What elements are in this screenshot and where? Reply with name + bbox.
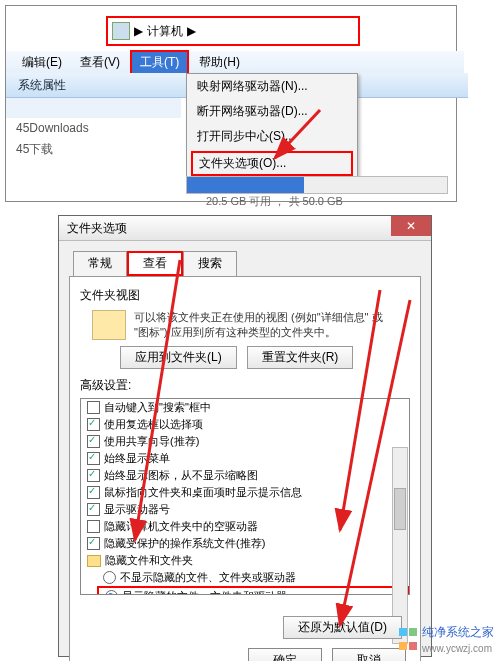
adv-item-label: 始终显示菜单	[104, 451, 170, 466]
adv-item-label: 隐藏计算机文件夹中的空驱动器	[104, 519, 258, 534]
close-button[interactable]: ✕	[391, 216, 431, 236]
computer-icon	[112, 22, 130, 40]
checkbox-icon[interactable]	[87, 452, 100, 465]
breadcrumb-sep: ▶	[134, 24, 143, 38]
breadcrumb-sep: ▶	[187, 24, 196, 38]
left-downloads[interactable]: 45Downloads	[6, 118, 181, 138]
menu-tools[interactable]: 工具(T)	[130, 50, 189, 75]
checkbox-icon[interactable]	[87, 401, 100, 414]
menu-view[interactable]: 查看(V)	[72, 52, 128, 73]
tabs: 常规 查看 搜索	[73, 251, 431, 276]
folder-view-icon	[92, 310, 126, 340]
dd-map-drive[interactable]: 映射网络驱动器(N)...	[187, 74, 357, 99]
adv-item-label: 隐藏受保护的操作系统文件(推荐)	[104, 536, 265, 551]
tools-dropdown: 映射网络驱动器(N)... 断开网络驱动器(D)... 打开同步中心(S)...…	[186, 73, 358, 179]
checkbox-icon[interactable]	[87, 503, 100, 516]
adv-item[interactable]: 使用共享向导(推荐)	[81, 433, 409, 450]
folder-options-dialog: 文件夹选项 ✕ 常规 查看 搜索 文件夹视图 可以将该文件夹正在使用的视图 (例…	[58, 215, 432, 657]
adv-item-label: 显示隐藏的文件、文件夹和驱动器	[122, 589, 287, 595]
checkbox-icon[interactable]	[87, 469, 100, 482]
adv-item[interactable]: 不显示隐藏的文件、文件夹或驱动器	[97, 569, 409, 586]
dd-disconnect-drive[interactable]: 断开网络驱动器(D)...	[187, 99, 357, 124]
adv-item[interactable]: 始终显示菜单	[81, 450, 409, 467]
dd-folder-options[interactable]: 文件夹选项(O)...	[191, 151, 353, 176]
menu-bar: 编辑(E) 查看(V) 工具(T) 帮助(H)	[6, 51, 464, 73]
tab-general[interactable]: 常规	[73, 251, 127, 276]
checkbox-icon[interactable]	[87, 435, 100, 448]
adv-item-label: 不显示隐藏的文件、文件夹或驱动器	[120, 570, 296, 585]
adv-item-label: 自动键入到"搜索"框中	[104, 400, 211, 415]
watermark: 纯净系统之家 www.ycwzj.com	[398, 624, 494, 655]
menu-help[interactable]: 帮助(H)	[191, 52, 248, 73]
radio-icon[interactable]	[103, 571, 116, 584]
adv-item-label: 显示驱动器号	[104, 502, 170, 517]
adv-item-label: 鼠标指向文件夹和桌面项时显示提示信息	[104, 485, 302, 500]
folder-view-desc: 可以将该文件夹正在使用的视图 (例如"详细信息" 或 "图标") 应用到所有这种…	[134, 310, 394, 340]
adv-item[interactable]: 使用复选框以选择项	[81, 416, 409, 433]
tab-view[interactable]: 查看	[127, 251, 183, 276]
watermark-text: 纯净系统之家	[422, 625, 494, 639]
adv-item[interactable]: 自动键入到"搜索"框中	[81, 399, 409, 416]
adv-item-label: 使用复选框以选择项	[104, 417, 203, 432]
adv-item[interactable]: 显示驱动器号	[81, 501, 409, 518]
disk-usage-text: 20.5 GB 可用 ， 共 50.0 GB	[206, 194, 343, 209]
adv-item-label: 使用共享向导(推荐)	[104, 434, 199, 449]
breadcrumb-label[interactable]: 计算机	[147, 23, 183, 40]
dd-sync-center[interactable]: 打开同步中心(S)...	[187, 124, 357, 149]
adv-item[interactable]: 鼠标指向文件夹和桌面项时显示提示信息	[81, 484, 409, 501]
reset-folders-button[interactable]: 重置文件夹(R)	[247, 346, 354, 369]
cancel-button[interactable]: 取消	[332, 648, 406, 661]
adv-item[interactable]: 显示隐藏的文件、文件夹和驱动器	[97, 586, 409, 595]
tab-search[interactable]: 搜索	[183, 251, 237, 276]
left-downloads-cn[interactable]: 45下载	[6, 138, 181, 161]
adv-item[interactable]: 隐藏文件和文件夹	[81, 552, 409, 569]
adv-item[interactable]: 始终显示图标，从不显示缩略图	[81, 467, 409, 484]
toolbar-system-properties[interactable]: 系统属性	[18, 77, 66, 94]
checkbox-icon[interactable]	[87, 520, 100, 533]
adv-item[interactable]: 隐藏受保护的操作系统文件(推荐)	[81, 535, 409, 552]
apply-to-folders-button[interactable]: 应用到文件夹(L)	[120, 346, 237, 369]
checkbox-icon[interactable]	[87, 537, 100, 550]
watermark-url: www.ycwzj.com	[422, 643, 492, 654]
left-pane: 45Downloads 45下载	[6, 98, 181, 161]
address-bar[interactable]: ▶ 计算机 ▶	[106, 16, 360, 46]
scrollbar[interactable]	[392, 447, 408, 644]
ok-button[interactable]: 确定	[248, 648, 322, 661]
adv-item[interactable]: 隐藏计算机文件夹中的空驱动器	[81, 518, 409, 535]
dialog-title: 文件夹选项	[67, 220, 127, 237]
section-folder-view: 文件夹视图	[80, 287, 410, 304]
scrollbar-thumb[interactable]	[394, 488, 406, 530]
advanced-settings-list[interactable]: 自动键入到"搜索"框中使用复选框以选择项使用共享向导(推荐)始终显示菜单始终显示…	[80, 398, 410, 595]
disk-usage-bar	[186, 176, 448, 194]
dialog-titlebar: 文件夹选项 ✕	[59, 216, 431, 241]
advanced-label: 高级设置:	[80, 377, 410, 394]
folder-icon[interactable]	[87, 555, 101, 567]
view-panel: 文件夹视图 可以将该文件夹正在使用的视图 (例如"详细信息" 或 "图标") 应…	[69, 276, 421, 661]
restore-defaults-button[interactable]: 还原为默认值(D)	[283, 616, 402, 639]
radio-icon[interactable]	[105, 590, 118, 595]
checkbox-icon[interactable]	[87, 486, 100, 499]
adv-item-label: 始终显示图标，从不显示缩略图	[104, 468, 258, 483]
explorer-window: ▶ 计算机 ▶ 编辑(E) 查看(V) 工具(T) 帮助(H) 系统属性 45D…	[5, 5, 457, 202]
watermark-logo-icon	[398, 626, 418, 654]
adv-item-label: 隐藏文件和文件夹	[105, 553, 193, 568]
checkbox-icon[interactable]	[87, 418, 100, 431]
menu-edit[interactable]: 编辑(E)	[14, 52, 70, 73]
